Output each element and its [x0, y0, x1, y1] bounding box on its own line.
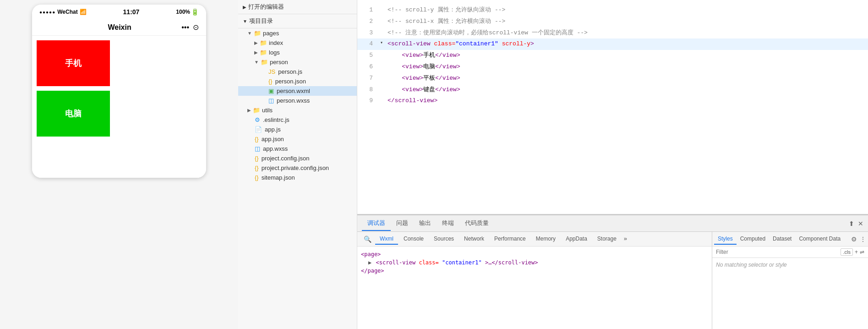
tab-appdata[interactable]: AppData — [561, 234, 592, 245]
file-panel: ▶ 打开的编辑器 ▼ 项目目录 ▼ 📁 pages ▶ 📁 index ▶ 📁 … — [238, 0, 357, 329]
devtools-top-tabs: 调试器 问题 输出 终端 代码质量 ⬆ ✕ — [357, 215, 868, 232]
line-content-4: <scroll-view class="container1" scroll-y… — [388, 39, 868, 49]
phone-header-icons[interactable]: ••• ⊙ — [181, 23, 199, 32]
tab-network[interactable]: Network — [459, 234, 489, 245]
file-person-js[interactable]: JS person.js — [238, 67, 357, 77]
arrow-icon: ▶ — [243, 5, 246, 10]
phone-header: Weixin ••• ⊙ — [32, 19, 206, 36]
tab-performance[interactable]: Performance — [490, 234, 530, 245]
tab-output[interactable]: 输出 — [414, 216, 437, 231]
devtools-right-icons: ⚙ ⋮ — [851, 236, 866, 243]
tab-sources[interactable]: Sources — [429, 234, 459, 245]
tab-computed[interactable]: Computed — [737, 234, 769, 245]
folder-index[interactable]: ▶ 📁 index — [238, 38, 357, 48]
file-eslintrc[interactable]: ⚙ .eslintrc.js — [238, 115, 357, 125]
line-content-6: <view>电脑</view> — [388, 62, 868, 72]
code-area: 1 <!-- scroll-y 属性：允许纵向滚动 --> 2 <!-- scr… — [357, 0, 868, 214]
wxss-file-icon: ◫ — [255, 145, 260, 152]
folder-pages[interactable]: ▼ 📁 pages — [238, 28, 357, 38]
project-label: 项目目录 — [249, 17, 273, 25]
styles-empty-text: No matching selector or style — [712, 258, 868, 329]
js-file-icon: JS — [268, 68, 275, 75]
filter-input[interactable] — [716, 249, 839, 255]
arrow-icon: ▶ — [254, 40, 258, 45]
file-project-private-config[interactable]: {} project.private.config.json — [238, 163, 357, 173]
dom-line-page-close: </page> — [361, 267, 708, 275]
json-file-icon: {} — [255, 136, 259, 143]
tab-wxml[interactable]: Wxml — [375, 234, 398, 245]
file-label: project.config.json — [262, 155, 310, 162]
file-app-json[interactable]: {} app.json — [238, 134, 357, 144]
devtools-body: 🔍 Wxml Console Sources Network Performan… — [357, 232, 868, 329]
phone-panel: ●●●●● WeChat 📶 11:07 100% 🔋 Weixin ••• ⊙… — [0, 0, 238, 329]
tab-debugger[interactable]: 调试器 — [362, 216, 391, 231]
code-line-2: 2 <!-- scroll-x 属性：允许横向滚动 --> — [357, 16, 868, 27]
devtools-top-right-icons: ⬆ ✕ — [849, 220, 863, 227]
maximize-icon[interactable]: ⬆ — [849, 220, 854, 227]
more-icon[interactable]: ⋮ — [860, 236, 866, 243]
file-label: .eslintrc.js — [263, 116, 289, 123]
wxss-file-icon: ◫ — [268, 97, 274, 104]
line-content-7: <view>平板</view> — [388, 74, 868, 83]
file-app-js[interactable]: 📄 app.js — [238, 125, 357, 134]
inspect-icon[interactable]: 🔍 — [361, 234, 374, 245]
folder-label: logs — [269, 49, 280, 56]
folder-utils[interactable]: ▶ 📁 utils — [238, 105, 357, 115]
dom-tag-close: >…</scroll-view> — [485, 259, 538, 266]
opened-editors-header[interactable]: ▶ 打开的编辑器 — [238, 0, 357, 14]
phone-status-bar: ●●●●● WeChat 📶 11:07 100% 🔋 — [32, 5, 206, 19]
devtools-bottom-tabs: 🔍 Wxml Console Sources Network Performan… — [357, 232, 712, 247]
box-green-label: 电脑 — [65, 108, 82, 119]
js-file-icon: 📄 — [255, 126, 262, 133]
file-app-wxss[interactable]: ◫ app.wxss — [238, 144, 357, 154]
add-style-icon[interactable]: + — [855, 249, 858, 255]
close-icon[interactable]: ✕ — [858, 220, 863, 227]
folder-icon: 📁 — [253, 107, 260, 114]
dom-arrow-icon[interactable]: ▶ — [368, 259, 371, 266]
tab-component-data[interactable]: Component Data — [795, 234, 844, 245]
dom-line-scroll-view[interactable]: ▶ <scroll-view class= "container1" >…</s… — [361, 258, 708, 267]
wifi-icon: 📶 — [80, 9, 87, 15]
folder-person[interactable]: ▼ 📁 person — [238, 57, 357, 67]
more-icon[interactable]: ••• — [181, 23, 189, 32]
file-label: person.json — [275, 78, 306, 85]
settings-icon[interactable]: ⚙ — [851, 236, 857, 243]
line-content-9: </scroll-view> — [388, 96, 868, 106]
folder-logs[interactable]: ▶ 📁 logs — [238, 48, 357, 57]
toggle-icon[interactable]: ⇌ — [860, 249, 864, 255]
line-num-5: 5 — [357, 51, 380, 60]
code-line-8: 8 <view>键盘</view> — [357, 84, 868, 96]
file-sitemap-json[interactable]: {} sitemap.json — [238, 173, 357, 182]
code-line-1: 1 <!-- scroll-y 属性：允许纵向滚动 --> — [357, 5, 868, 16]
file-label: sitemap.json — [262, 174, 295, 181]
tab-console[interactable]: Console — [399, 234, 428, 245]
file-person-wxss[interactable]: ◫ person.wxss — [238, 96, 357, 105]
line-content-5: <view>手机</view> — [388, 51, 868, 60]
file-label: app.js — [265, 126, 281, 133]
phone-box-green: 电脑 — [37, 91, 110, 137]
tab-memory[interactable]: Memory — [531, 234, 560, 245]
tab-code-quality[interactable]: 代码质量 — [459, 216, 494, 231]
tab-dataset[interactable]: Dataset — [769, 234, 795, 245]
dom-tag-page-close: </page> — [361, 268, 384, 274]
tab-styles[interactable]: Styles — [714, 234, 737, 245]
dom-tag: <page> — [361, 251, 381, 258]
filter-cls-button[interactable]: .cls — [841, 248, 853, 256]
line-num-6: 6 — [357, 62, 380, 72]
file-project-config[interactable]: {} project.config.json — [238, 154, 357, 163]
folder-label: index — [269, 39, 283, 46]
file-label: app.json — [262, 136, 284, 143]
tab-issues[interactable]: 问题 — [391, 216, 414, 231]
tab-terminal[interactable]: 终端 — [437, 216, 459, 231]
record-icon[interactable]: ⊙ — [193, 23, 199, 32]
project-header[interactable]: ▼ 项目目录 — [238, 14, 357, 28]
folder-icon: 📁 — [260, 49, 267, 56]
file-person-json[interactable]: {} person.json — [238, 77, 357, 86]
devtools-right: Styles Computed Dataset Component Data ⚙… — [712, 232, 868, 329]
file-label: project.private.config.json — [262, 164, 329, 171]
file-person-wxml[interactable]: ▣ person.wxml — [238, 86, 357, 96]
dom-attr-class: class= — [419, 259, 438, 266]
tab-storage[interactable]: Storage — [593, 234, 621, 245]
battery-icon: 🔋 — [191, 8, 199, 16]
tab-more[interactable]: » — [622, 235, 629, 243]
